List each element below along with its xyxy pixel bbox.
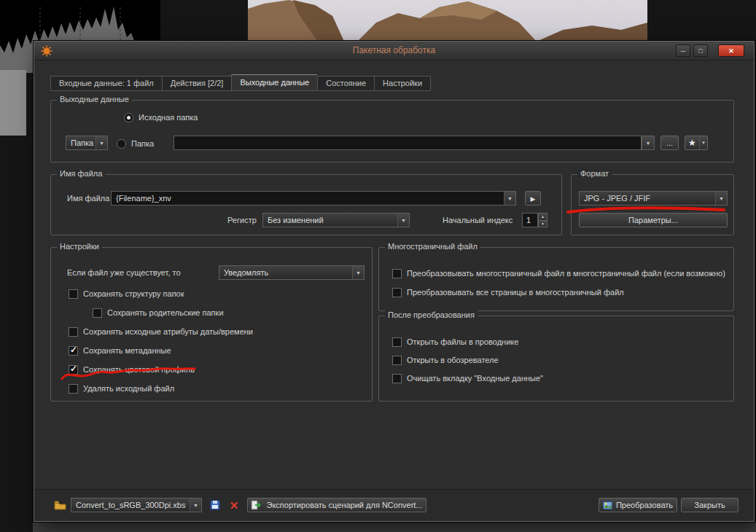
open-script-button[interactable] [50, 497, 69, 513]
start-index-stepper[interactable]: 1 [522, 213, 547, 227]
group-format: Формат JPG - JPEG / JFIF Параметры... [571, 174, 734, 235]
case-combo[interactable]: Без изменений [262, 213, 410, 227]
tab-settings[interactable]: Настройки [374, 76, 431, 91]
checkbox-label: Открыть в обозревателе [407, 356, 499, 364]
convert-label: Преобразовать [616, 501, 673, 509]
dialog-title: Пакетная обработка [34, 45, 754, 55]
group-multipage-legend: Многостраничный файл [385, 242, 480, 251]
checkbox-keep-folder-structure[interactable] [69, 289, 78, 299]
checkbox-clear-input-tab[interactable] [392, 374, 402, 383]
filename-token-button[interactable] [525, 191, 541, 206]
star-icon: ★ [685, 138, 699, 148]
checkbox-keep-metadata[interactable] [69, 346, 78, 356]
source-folder-label: Исходная папка [139, 113, 198, 122]
chevron-down-icon[interactable] [504, 192, 515, 205]
chevron-down-icon [397, 214, 409, 227]
photo-preview [248, 0, 647, 42]
checkbox-label: Преобразовывать многостраничный файл в м… [407, 269, 725, 278]
group-output: Выходные данные Исходная папка Папка Пап… [50, 100, 734, 163]
spin-up-icon[interactable] [538, 213, 547, 221]
chevron-down-icon[interactable] [699, 136, 707, 149]
script-combo[interactable]: Convert_to_sRGB_300Dpi.xbs [71, 498, 202, 512]
browse-button[interactable]: ... [660, 136, 679, 150]
script-value: Convert_to_sRGB_300Dpi.xbs [76, 501, 185, 509]
checkbox-open-in-explorer[interactable] [392, 337, 402, 347]
batch-processing-dialog: Пакетная обработка ─ □ ✕ Входные данные:… [34, 41, 755, 522]
chevron-down-icon [352, 266, 364, 279]
start-index-input[interactable]: 1 [522, 213, 538, 227]
output-path-input[interactable] [174, 136, 642, 150]
group-settings-legend: Настройки [57, 242, 102, 251]
desktop-toolbar-strip [33, 522, 756, 532]
delete-icon: ✕ [230, 500, 239, 511]
group-settings: Настройки Если файл уже существует, то У… [50, 247, 373, 402]
desktop-panel-fragment [0, 70, 26, 136]
convert-button[interactable]: Преобразовать [599, 498, 677, 512]
export-nconvert-label: Экспортировать сценарий для NConvert... [266, 501, 422, 509]
checkbox-convert-all-pages[interactable] [392, 288, 402, 297]
case-label: Регистр [227, 216, 257, 224]
group-format-legend: Формат [577, 169, 612, 178]
source-folder-radio[interactable] [124, 113, 133, 122]
custom-folder-radio[interactable] [117, 139, 126, 149]
close-dialog-button[interactable]: Закрыть [681, 498, 739, 512]
chevron-down-icon [715, 192, 727, 205]
delete-script-button[interactable]: ✕ [225, 497, 243, 513]
start-index-value: 1 [526, 216, 531, 224]
minimize-button[interactable]: ─ [676, 44, 690, 57]
group-filename: Имя файла Имя файла {Filename}_xnv Регис… [50, 174, 562, 235]
group-output-legend: Выходные данные [57, 95, 132, 103]
group-after-legend: После преобразования [385, 310, 478, 319]
tab-bar: Входные данные: 1 файл Действия [2/2] Вы… [50, 76, 431, 91]
checkbox-label: Удалять исходный файл [83, 384, 174, 393]
file-exists-value: Уведомлять [224, 268, 268, 277]
checkbox-label: Преобразовывать все страницы в многостра… [407, 288, 624, 297]
checkbox-delete-original[interactable] [69, 384, 78, 394]
folder-mode-value: Папка [71, 138, 93, 147]
file-exists-label: Если файл уже существует, то [67, 268, 181, 277]
checkbox-label: Сохранять исходные атрибуты даты/времени [83, 327, 253, 336]
export-nconvert-button[interactable]: Экспортировать сценарий для NConvert... [247, 498, 426, 512]
checkbox-keep-parent-folders[interactable] [93, 308, 102, 318]
folder-icon [54, 500, 66, 510]
save-icon [210, 500, 220, 510]
checkbox-open-in-browser[interactable] [392, 356, 402, 365]
filename-label: Имя файла [67, 194, 109, 203]
checkbox-keep-date-attributes[interactable] [69, 327, 78, 337]
case-value: Без изменений [268, 216, 324, 224]
play-icon [531, 194, 536, 203]
save-script-button[interactable] [206, 497, 224, 513]
path-history-dropdown[interactable] [642, 136, 655, 150]
checkbox-convert-multipage[interactable] [392, 269, 402, 278]
custom-folder-label: Папка [131, 139, 154, 148]
checkbox-label: Открыть файлы в проводнике [407, 337, 518, 346]
convert-icon [603, 501, 612, 509]
checkbox-keep-color-profile[interactable] [69, 365, 78, 375]
chevron-down-icon [190, 498, 201, 512]
checkbox-label: Очищать вкладку "Входные данные" [407, 374, 543, 383]
tab-status[interactable]: Состояние [317, 76, 374, 91]
format-value: JPG - JPEG / JFIF [584, 194, 650, 203]
close-button[interactable]: ✕ [718, 44, 744, 57]
format-combo[interactable]: JPG - JPEG / JFIF [579, 191, 728, 206]
photo-rocks [248, 0, 647, 42]
filename-value: {Filename}_xnv [116, 194, 171, 203]
checkbox-label: Сохранять цветовой профиль [83, 365, 195, 374]
tab-actions[interactable]: Действия [2/2] [162, 76, 232, 91]
checkbox-label: Сохранять родительские папки [107, 308, 224, 317]
tab-input-files[interactable]: Входные данные: 1 файл [50, 76, 162, 91]
bottom-bar: Convert_to_sRGB_300Dpi.xbs ✕ Экспортиров… [34, 489, 754, 521]
chevron-down-icon [96, 136, 107, 149]
dialog-titlebar[interactable]: Пакетная обработка ─ □ ✕ [34, 42, 754, 60]
format-params-button[interactable]: Параметры... [579, 213, 728, 227]
file-exists-combo[interactable]: Уведомлять [219, 265, 365, 280]
group-multipage: Многостраничный файл Преобразовывать мно… [378, 247, 734, 311]
filename-input[interactable]: {Filename}_xnv [111, 191, 516, 206]
favorites-button[interactable]: ★ [685, 136, 708, 150]
maximize-button[interactable]: □ [693, 44, 708, 57]
tab-output[interactable]: Выходные данные [231, 74, 317, 91]
export-script-icon [251, 500, 262, 510]
spin-down-icon[interactable] [538, 221, 547, 228]
checkbox-label: Сохранять метаданные [83, 346, 171, 355]
folder-mode-combo[interactable]: Папка [66, 136, 108, 150]
